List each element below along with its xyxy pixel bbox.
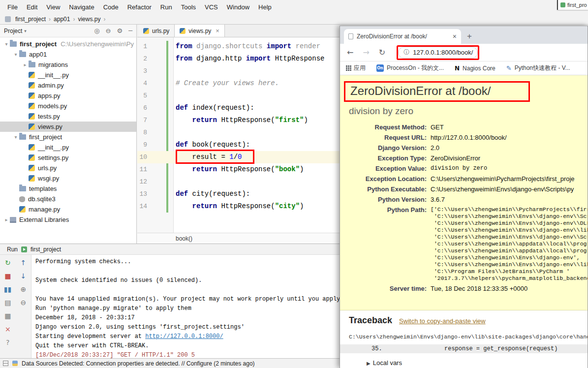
meta-row-python-path: Python Path:['C:\\Users\\zhengweimin\\Py… [340, 206, 588, 282]
tree-item-migrations[interactable]: migrations [0, 60, 136, 70]
menu-item-help[interactable]: Help [254, 2, 276, 12]
bookmark-item-python-v[interactable]: ✎Python快速教程 - V... [506, 64, 570, 72]
menu-item-view[interactable]: View [42, 2, 64, 12]
rerun-icon[interactable]: ↻ [5, 259, 11, 267]
meta-label: Exception Location: [340, 175, 431, 183]
help-icon[interactable]: ? [6, 338, 9, 346]
menu-item-navigate[interactable]: Navigate [64, 2, 98, 12]
tree-item-models-py[interactable]: models.py [0, 101, 136, 111]
forward-button[interactable]: → [363, 48, 369, 57]
tree-item-apps-py[interactable]: apps.py [0, 91, 136, 101]
chevron-right-icon[interactable] [22, 62, 29, 67]
page-icon [348, 33, 353, 39]
tree-item-settings-py[interactable]: settings.py [0, 153, 136, 163]
pause-output-icon[interactable]: ▮▮ [4, 285, 11, 293]
menu-item-run[interactable]: Run [156, 2, 177, 12]
chevron-down-icon[interactable] [12, 52, 19, 57]
meta-value: 2.0 [431, 144, 439, 152]
python-path-line: 'C:\\Program Files\\JetBrains\\PyCharm ' [431, 268, 588, 275]
collapse-all-icon[interactable]: ⊖ [20, 299, 26, 307]
tree-item-views-py[interactable]: views.py [0, 122, 136, 132]
code-text [174, 176, 176, 188]
clear-output-icon[interactable]: ▦ [4, 312, 11, 320]
menu-item-vcs[interactable]: VCS [200, 2, 222, 12]
run-toolbar-column-1: ↻■▮▮▤▦×? [0, 259, 16, 358]
tree-item-manage-py[interactable]: manage.py [0, 204, 136, 215]
python-icon [29, 165, 35, 171]
console-text: Quit the server with CTRL-BREAK. [35, 342, 149, 349]
breadcrumb-item-first-project[interactable]: first_project [14, 15, 47, 23]
console-link[interactable]: http://127.0.0.1:8000/ [145, 333, 223, 340]
tree-item-admin-py[interactable]: admin.py [0, 80, 136, 91]
down-stack-trace-icon[interactable]: ↓ [20, 272, 26, 280]
tree-item-label: app01 [29, 51, 47, 58]
expand-all-icon[interactable]: ⊕ [20, 285, 26, 293]
tree-item-init-py[interactable]: __init__.py [0, 70, 136, 80]
browser-tab[interactable]: ZeroDivisionError at /book/ [344, 29, 461, 44]
stop-icon[interactable]: ■ [4, 272, 11, 280]
close-tab-icon[interactable] [216, 27, 219, 34]
address-bar[interactable]: 127.0.0.1:8000/book/ [398, 47, 478, 59]
back-button[interactable]: ← [347, 48, 353, 57]
traceback-section: Traceback Switch to copy-and-paste view … [340, 310, 588, 367]
new-tab-button[interactable] [467, 31, 472, 41]
tree-item-wsgi-py[interactable]: wsgi.py [0, 173, 136, 184]
meta-row-server-time: Server time:Tue, 18 Dec 2018 12:33:35 +0… [340, 285, 588, 292]
chevron-down-icon[interactable] [3, 41, 10, 47]
close-tab-icon[interactable] [453, 32, 457, 40]
tree-item-urls-py[interactable]: urls.py [0, 163, 136, 173]
tree-item-init-py[interactable]: __init__.py [0, 142, 136, 153]
tree-item-first-project[interactable]: first_project [0, 132, 136, 142]
breadcrumb-item-views-py[interactable]: views.py [77, 15, 101, 23]
tree-item-app01[interactable]: app01 [0, 49, 136, 60]
meta-label: Python Version: [340, 196, 431, 203]
python-path-line: 'C:\\Users\\zhengweimin\\Envs\\django-en… [431, 213, 588, 220]
chevron-down-icon[interactable] [12, 134, 19, 140]
select-opened-file-icon[interactable]: ◎ [94, 27, 99, 34]
breadcrumb-item-app01[interactable]: app01 [53, 15, 71, 23]
tree-item-db-sqlite3[interactable]: db.sqlite3 [0, 194, 136, 204]
code-token: return [192, 116, 221, 124]
traceback-frame-path[interactable]: C:\Users\zhengweimin\Envs\django-env\lib… [349, 334, 588, 340]
reload-button[interactable]: ↻ [379, 48, 385, 57]
tool-window-switcher-icon[interactable] [3, 361, 8, 366]
tree-item-first-project[interactable]: first_projectC:\Users\zhengweimin\Py [0, 39, 136, 49]
local-vars-toggle[interactable]: Local vars [367, 359, 588, 367]
tree-item-label: views.py [38, 123, 62, 130]
up-stack-trace-icon[interactable]: ↑ [20, 259, 26, 267]
editor-tab-urls-py[interactable]: urls.py [138, 25, 175, 37]
switch-view-link[interactable]: Switch to copy-and-paste view [399, 317, 486, 325]
editor-tab-views-py[interactable]: views.py [175, 25, 225, 37]
bookmark-label: ProcessOn - 我的文... [387, 64, 444, 72]
background-window-fragment[interactable]: first_pro [557, 0, 588, 10]
tree-item-tests-py[interactable]: tests.py [0, 111, 136, 122]
close-icon[interactable]: × [5, 325, 11, 333]
meta-row-python-executable: Python Executable:C:\Users\zhengweimin\E… [340, 185, 588, 193]
collapse-all-icon[interactable]: ⊖ [106, 27, 111, 34]
tree-item-external-libraries[interactable]: External Libraries [0, 215, 136, 225]
editor-breadcrumb-item[interactable]: book() [176, 235, 192, 242]
menu-item-code[interactable]: Code [99, 2, 123, 12]
chevron-right-icon [47, 16, 53, 23]
menu-item-edit[interactable]: Edit [22, 2, 42, 12]
info-icon[interactable] [403, 48, 409, 57]
menu-item-file[interactable]: File [3, 2, 22, 12]
menu-item-tools[interactable]: Tools [177, 2, 200, 12]
menu-item-refactor[interactable]: Refactor [123, 2, 156, 12]
project-view-selector[interactable]: Project [4, 28, 27, 34]
chevron-right-icon[interactable] [3, 217, 10, 222]
tree-item-templates[interactable]: templates [0, 184, 136, 194]
code-token: "book" [275, 165, 300, 173]
python-icon [29, 113, 35, 120]
error-meta-table: Request Method:GETRequest URL:http://127… [340, 123, 588, 292]
settings-gear-icon[interactable]: ⚙ [117, 27, 123, 34]
restore-layout-icon[interactable]: ▤ [4, 299, 11, 307]
menu-item-window[interactable]: Window [222, 2, 254, 12]
status-message[interactable]: Data Sources Detected: Connection proper… [22, 360, 255, 367]
hide-panel-icon[interactable]: ─ [128, 27, 132, 34]
run-session-name[interactable]: first_project [31, 246, 61, 253]
bookmark-item-cjk[interactable]: 应用 [346, 64, 366, 72]
bookmark-item-processon[interactable]: OnProcessOn - 我的文... [376, 64, 444, 72]
traceback-line-number: 35. [340, 345, 444, 352]
bookmark-item-nagios-core[interactable]: NNagios Core [455, 65, 495, 72]
